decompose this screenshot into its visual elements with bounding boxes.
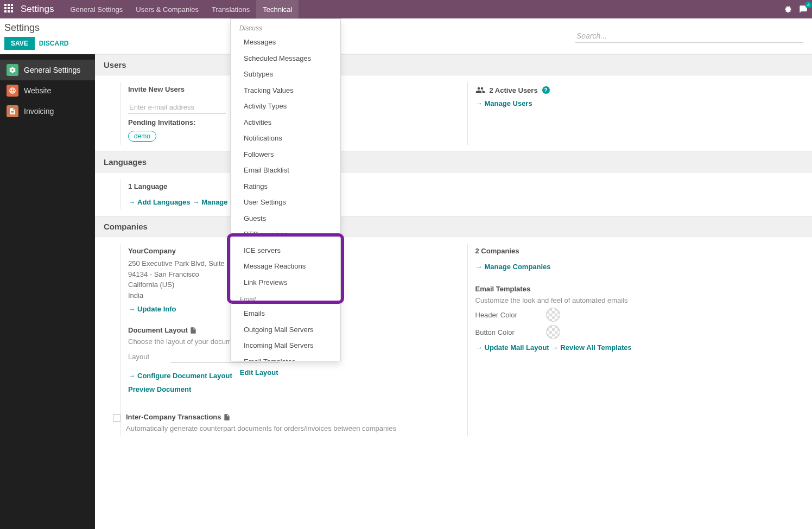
dd-emails[interactable]: Emails	[231, 305, 340, 322]
dd-tracking-values[interactable]: Tracking Values	[231, 82, 340, 99]
preview-document-link[interactable]: Preview Document	[128, 385, 191, 393]
section-header-companies: Companies	[95, 216, 812, 237]
update-info-link[interactable]: → Update Info	[128, 305, 176, 313]
dropdown-group-header: Email	[231, 290, 340, 305]
sidebar-item-label: General Settings	[24, 66, 80, 74]
nav-technical[interactable]: Technical	[256, 0, 299, 18]
update-mail-layout-link[interactable]: → Update Mail Layout	[475, 343, 549, 352]
manage-users-link[interactable]: → Manage Users	[475, 99, 532, 107]
arrow-icon: →	[475, 343, 483, 352]
manage-companies-link[interactable]: → Manage Companies	[475, 263, 551, 271]
help-icon[interactable]: ?	[542, 86, 550, 94]
control-panel: Settings Save Discard	[0, 18, 812, 54]
dd-activity-types[interactable]: Activity Types	[231, 98, 340, 114]
button-color-label: Button Color	[475, 328, 524, 336]
nav-users-companies[interactable]: Users & Companies	[129, 0, 205, 18]
dd-message-reactions[interactable]: Message Reactions	[231, 258, 340, 275]
dd-link-previews[interactable]: Link Previews	[231, 275, 340, 291]
debug-icon[interactable]	[784, 5, 792, 14]
review-all-templates-link[interactable]: → Review All Templates	[551, 343, 632, 352]
dd-activities[interactable]: Activities	[231, 114, 340, 131]
email-templates-label: Email Templates	[475, 285, 804, 293]
sidebar-website[interactable]: Website	[0, 80, 95, 101]
add-languages-link[interactable]: → Add Languages	[128, 198, 191, 206]
section-header-languages: Languages	[95, 151, 812, 173]
dd-messages[interactable]: Messages	[231, 34, 340, 50]
dd-outgoing-mail-servers[interactable]: Outgoing Mail Servers	[231, 322, 340, 338]
document-icon	[189, 327, 197, 334]
companies-count: 2 Companies	[475, 247, 804, 255]
dd-followers[interactable]: Followers	[231, 146, 340, 163]
dd-guests[interactable]: Guests	[231, 211, 340, 227]
arrow-icon: →	[475, 99, 483, 107]
configure-document-layout-link[interactable]: → Configure Document Layout	[128, 372, 232, 380]
pending-user-tag[interactable]: demo	[128, 131, 156, 142]
discard-button[interactable]: Discard	[39, 40, 69, 47]
document-icon	[223, 413, 231, 421]
dd-notifications[interactable]: Notifications	[231, 130, 340, 146]
dd-scheduled-messages[interactable]: Scheduled Messages	[231, 50, 340, 67]
globe-icon	[7, 85, 18, 97]
dropdown-group-header: Discuss	[231, 19, 340, 34]
dd-rtc-sessions[interactable]: RTC sessions	[231, 226, 340, 243]
dd-email-blacklist[interactable]: Email Blacklist	[231, 162, 340, 179]
body: General Settings Website Invoicing Users…	[0, 54, 812, 529]
intercompany-label: Inter-Company Transactions	[126, 413, 396, 421]
header-color-label: Header Color	[475, 311, 524, 319]
arrow-icon: →	[128, 372, 135, 380]
sidebar-invoicing[interactable]: Invoicing	[0, 101, 95, 122]
button-color-picker[interactable]	[546, 325, 560, 339]
nav-translations[interactable]: Translations	[205, 0, 256, 18]
content-area: Users Invite New Users Pending Invitatio…	[95, 54, 812, 529]
breadcrumb: Settings	[4, 22, 68, 34]
brand-title[interactable]: Settings	[21, 4, 54, 15]
arrow-icon: →	[192, 198, 199, 206]
intercompany-desc: Automatically generate counterpart docum…	[126, 424, 396, 432]
users-icon	[475, 85, 485, 95]
gear-icon	[7, 64, 18, 76]
dd-subtypes[interactable]: Subtypes	[231, 66, 340, 82]
sidebar-general-settings[interactable]: General Settings	[0, 60, 95, 80]
messaging-badge: 4	[805, 2, 812, 8]
active-users-count: 2 Active Users	[490, 86, 538, 94]
settings-sidebar: General Settings Website Invoicing	[0, 54, 95, 529]
save-button[interactable]: Save	[4, 37, 35, 50]
dropdown-scroll[interactable]: Discuss Messages Scheduled Messages Subt…	[231, 19, 340, 361]
top-navbar: Settings General Settings Users & Compan…	[0, 0, 812, 18]
sidebar-item-label: Invoicing	[24, 107, 54, 116]
layout-field-label: Layout	[128, 353, 149, 361]
dd-ice-servers[interactable]: ICE servers	[231, 243, 340, 259]
dd-incoming-mail-servers[interactable]: Incoming Mail Servers	[231, 337, 340, 354]
dd-user-settings[interactable]: User Settings	[231, 194, 340, 211]
arrow-icon: →	[128, 198, 135, 206]
section-header-users: Users	[95, 54, 812, 75]
arrow-icon: →	[551, 343, 558, 352]
dd-email-templates[interactable]: Email Templates	[231, 354, 340, 361]
dd-ratings[interactable]: Ratings	[231, 179, 340, 195]
technical-dropdown: Discuss Messages Scheduled Messages Subt…	[230, 18, 341, 361]
search-input[interactable]	[575, 29, 803, 43]
intercompany-checkbox[interactable]	[113, 414, 120, 422]
edit-layout-link[interactable]: Edit Layout	[240, 368, 278, 380]
invoice-icon	[7, 105, 18, 117]
invite-email-input[interactable]	[128, 101, 226, 114]
email-templates-desc: Customize the look and feel of automated…	[475, 296, 804, 304]
arrow-icon: →	[128, 305, 135, 313]
messaging-icon[interactable]: 4	[799, 5, 808, 14]
apps-menu-icon[interactable]	[4, 4, 15, 15]
sidebar-item-label: Website	[24, 86, 51, 95]
nav-general-settings[interactable]: General Settings	[64, 0, 129, 18]
arrow-icon: →	[475, 263, 483, 271]
header-color-picker[interactable]	[546, 308, 560, 322]
